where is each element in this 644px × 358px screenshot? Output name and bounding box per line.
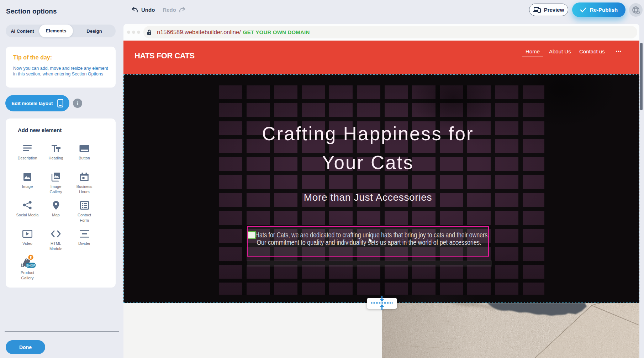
svg-text:SHOP: SHOP bbox=[26, 263, 36, 267]
